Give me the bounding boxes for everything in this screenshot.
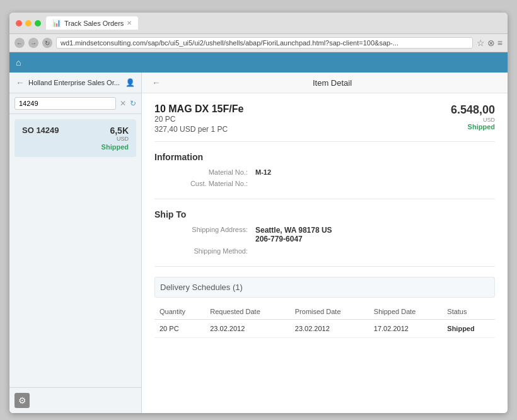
settings-icon[interactable]: ⚙ <box>15 393 30 408</box>
info-table: Material No.: M-12 Cust. Material No.: <box>154 168 495 187</box>
so-list: SO 14249 6,5K USD Shipped <box>9 114 141 387</box>
row-quantity: 20 PC <box>154 320 205 338</box>
menu-icon[interactable]: ≡ <box>497 38 502 48</box>
row-shipped-date: 17.02.2012 <box>369 320 442 338</box>
left-panel-footer: ⚙ <box>9 387 141 413</box>
shipping-method-row: Shipping Method: <box>154 247 495 255</box>
forward-nav-button[interactable]: → <box>28 38 38 48</box>
ship-to-title: Ship To <box>154 209 495 219</box>
panel-header-icons: 👤 <box>125 78 135 87</box>
app-body: ← Holland Enterprise Sales Or... 👤 ✕ ↻ S… <box>9 73 508 413</box>
tab-close-icon[interactable]: ✕ <box>127 20 132 26</box>
material-no-label: Material No.: <box>154 168 255 176</box>
item-quantity: 20 PC <box>154 115 243 124</box>
information-title: Information <box>154 152 495 162</box>
tab-title: Track Sales Orders <box>64 20 124 27</box>
minimize-button[interactable] <box>25 20 32 26</box>
col-quantity: Quantity <box>154 304 205 320</box>
close-button[interactable] <box>16 20 22 26</box>
left-panel-back-arrow[interactable]: ← <box>16 78 25 88</box>
cust-material-no-label: Cust. Material No.: <box>154 180 255 187</box>
gear-icon: ⚙ <box>18 395 26 405</box>
traffic-lights <box>16 20 41 26</box>
right-panel-back-arrow[interactable]: ← <box>152 78 161 88</box>
bookmark-icon[interactable]: ⊗ <box>487 38 495 48</box>
right-panel-header: ← Item Detail <box>142 73 508 93</box>
so-number: SO 14249 <box>22 125 59 135</box>
app-header: ⌂ <box>9 52 508 73</box>
so-currency: USD <box>110 136 129 142</box>
col-requested-date: Requested Date <box>205 304 290 320</box>
browser-toolbar: ← → ↻ wd1.mindsetconsulting.com/sap/bc/u… <box>9 34 508 52</box>
item-price-currency: USD <box>451 117 495 123</box>
so-amount-block: 6,5K USD <box>110 125 129 142</box>
shipping-address-label: Shipping Address: <box>154 226 255 243</box>
shipping-address-value: Seattle, WA 98178 US 206-779-6047 <box>255 226 332 243</box>
so-status: Shipped <box>22 143 129 151</box>
item-detail-content: 10 MAG DX 15F/Fe 20 PC 327,40 USD per 1 … <box>142 93 508 348</box>
item-price: 6.548,00 <box>451 103 495 116</box>
so-card-header: SO 14249 6,5K USD <box>22 125 129 142</box>
so-amount-value: 6,5K <box>110 125 129 136</box>
maximize-button[interactable] <box>35 20 41 26</box>
delivery-table: Quantity Requested Date Promised Date Sh… <box>154 304 495 338</box>
home-icon[interactable]: ⌂ <box>16 57 21 67</box>
col-promised-date: Promised Date <box>290 304 369 320</box>
left-panel-header: ← Holland Enterprise Sales Or... 👤 <box>9 73 141 93</box>
refresh-nav-button[interactable]: ↻ <box>42 38 52 48</box>
item-price-block: 6.548,00 USD Shipped <box>451 103 495 131</box>
person-icon[interactable]: 👤 <box>125 78 135 87</box>
right-panel: ← Item Detail 10 MAG DX 15F/Fe 20 PC 327… <box>142 73 508 413</box>
col-status: Status <box>442 304 495 320</box>
material-no-row: Material No.: M-12 <box>154 168 495 176</box>
right-panel-title: Item Detail <box>167 78 497 88</box>
row-promised-date: 23.02.2012 <box>290 320 369 338</box>
toolbar-icons: ☆ ⊗ ≡ <box>477 38 502 48</box>
item-shipped-status: Shipped <box>451 123 495 131</box>
delivery-table-header-row: Quantity Requested Date Promised Date Sh… <box>154 304 495 320</box>
material-no-value: M-12 <box>255 168 271 176</box>
ship-to-section: Ship To Shipping Address: Seattle, WA 98… <box>154 209 495 267</box>
left-panel: ← Holland Enterprise Sales Or... 👤 ✕ ↻ S… <box>9 73 142 413</box>
delivery-schedules-title: Delivery Schedules (1) <box>154 277 495 298</box>
so-card[interactable]: SO 14249 6,5K USD Shipped <box>15 119 136 157</box>
star-icon[interactable]: ☆ <box>477 38 485 48</box>
shipping-address-row: Shipping Address: Seattle, WA 98178 US 2… <box>154 226 495 243</box>
address-line2: 206-779-6047 <box>255 235 332 243</box>
item-info-left: 10 MAG DX 15F/Fe 20 PC 327,40 USD per 1 … <box>154 103 243 134</box>
item-name: 10 MAG DX 15F/Fe <box>154 103 243 115</box>
row-status: Shipped <box>442 320 495 338</box>
clear-search-icon[interactable]: ✕ <box>120 99 126 108</box>
cust-material-no-row: Cust. Material No.: <box>154 180 495 187</box>
information-section: Information Material No.: M-12 Cust. Mat… <box>154 152 495 199</box>
col-shipped-date: Shipped Date <box>369 304 442 320</box>
delivery-schedules-section: Delivery Schedules (1) Quantity Requeste… <box>154 277 495 338</box>
tab-icon: 📊 <box>52 19 61 27</box>
search-bar: ✕ ↻ <box>9 93 141 114</box>
item-header: 10 MAG DX 15F/Fe 20 PC 327,40 USD per 1 … <box>154 103 495 142</box>
app-shell: ⌂ ← Holland Enterprise Sales Or... 👤 ✕ ↻ <box>9 52 508 413</box>
address-bar[interactable]: wd1.mindsetconsulting.com/sap/bc/ui5_ui5… <box>56 37 473 49</box>
browser-titlebar: 📊 Track Sales Orders ✕ <box>9 13 508 34</box>
shipping-method-label: Shipping Method: <box>154 247 255 255</box>
panel-title: Holland Enterprise Sales Or... <box>28 79 122 86</box>
item-unit-price: 327,40 USD per 1 PC <box>154 125 243 134</box>
back-nav-button[interactable]: ← <box>15 38 25 48</box>
row-requested-date: 23.02.2012 <box>205 320 290 338</box>
refresh-icon[interactable]: ↻ <box>130 99 136 108</box>
delivery-row: 20 PC 23.02.2012 23.02.2012 17.02.2012 S… <box>154 320 495 338</box>
ship-to-table: Shipping Address: Seattle, WA 98178 US 2… <box>154 226 495 255</box>
browser-window: 📊 Track Sales Orders ✕ ← → ↻ wd1.mindset… <box>9 13 508 413</box>
browser-tab[interactable]: 📊 Track Sales Orders ✕ <box>46 16 138 30</box>
search-input[interactable] <box>15 97 116 110</box>
address-line1: Seattle, WA 98178 US <box>255 226 332 235</box>
